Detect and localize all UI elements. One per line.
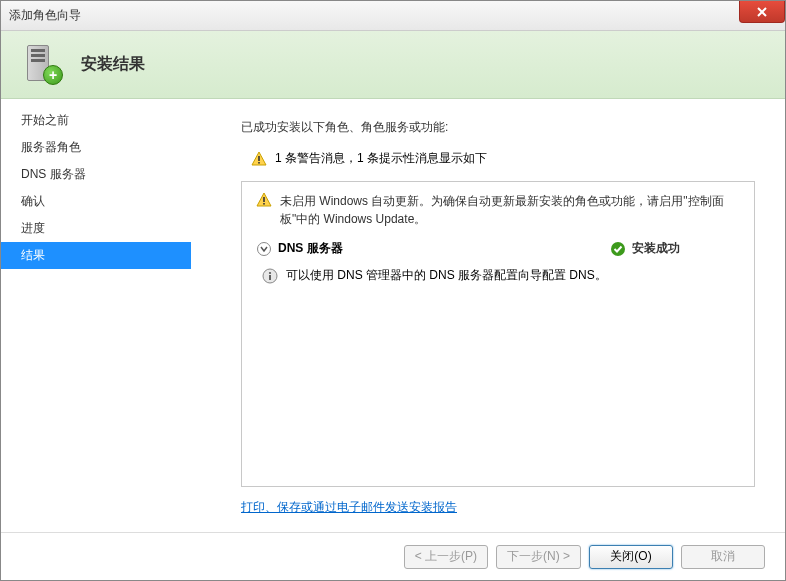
role-name: DNS 服务器: [278, 240, 610, 257]
warning-summary-text: 1 条警告消息，1 条提示性消息显示如下: [275, 150, 487, 167]
sidebar-item-server-roles[interactable]: 服务器角色: [1, 134, 191, 161]
panel-warning-text: 未启用 Windows 自动更新。为确保自动更新最新安装的角色或功能，请启用"控…: [280, 192, 740, 228]
wizard-header: + 安装结果: [1, 31, 785, 99]
result-panel: 未启用 Windows 自动更新。为确保自动更新最新安装的角色或功能，请启用"控…: [241, 181, 755, 487]
sidebar-item-progress[interactable]: 进度: [1, 215, 191, 242]
svg-rect-3: [263, 203, 265, 205]
titlebar: 添加角色向导: [1, 1, 785, 31]
wizard-footer: < 上一步(P) 下一步(N) > 关闭(O) 取消: [1, 532, 785, 580]
svg-rect-2: [263, 197, 265, 202]
role-info-row: 可以使用 DNS 管理器中的 DNS 服务器配置向导配置 DNS。: [256, 267, 740, 284]
previous-button: < 上一步(P): [404, 545, 488, 569]
close-button[interactable]: 关闭(O): [589, 545, 673, 569]
role-status: 安装成功: [632, 240, 680, 257]
svg-rect-0: [258, 156, 260, 161]
svg-point-7: [269, 271, 271, 273]
wizard-sidebar: 开始之前 服务器角色 DNS 服务器 确认 进度 结果: [1, 99, 191, 532]
server-add-icon: +: [21, 43, 65, 87]
role-info-text: 可以使用 DNS 管理器中的 DNS 服务器配置向导配置 DNS。: [286, 267, 607, 284]
sidebar-item-dns-server[interactable]: DNS 服务器: [1, 161, 191, 188]
warning-icon: [256, 192, 272, 208]
svg-point-4: [258, 242, 271, 255]
wizard-window: 添加角色向导 + 安装结果 开始之前 服务器角色 DNS 服务器 确认 进度 结…: [0, 0, 786, 581]
collapse-icon[interactable]: [256, 241, 272, 257]
panel-warning-row: 未启用 Windows 自动更新。为确保自动更新最新安装的角色或功能，请启用"控…: [256, 192, 740, 228]
sidebar-item-confirmation[interactable]: 确认: [1, 188, 191, 215]
success-icon: [610, 241, 626, 257]
wizard-body: 开始之前 服务器角色 DNS 服务器 确认 进度 结果 已成功安装以下角色、角色…: [1, 99, 785, 532]
report-link-row: 打印、保存或通过电子邮件发送安装报告: [241, 499, 755, 516]
close-window-button[interactable]: [739, 1, 785, 23]
results-intro-text: 已成功安装以下角色、角色服务或功能:: [241, 119, 755, 136]
close-icon: [756, 6, 768, 18]
svg-rect-8: [269, 275, 271, 280]
svg-rect-1: [258, 162, 260, 164]
warning-icon: [251, 151, 267, 167]
info-icon: [262, 268, 278, 284]
window-title: 添加角色向导: [9, 7, 81, 24]
wizard-main: 已成功安装以下角色、角色服务或功能: 1 条警告消息，1 条提示性消息显示如下 …: [191, 99, 785, 532]
sidebar-item-results[interactable]: 结果: [1, 242, 191, 269]
role-result-row: DNS 服务器 安装成功: [256, 240, 740, 257]
cancel-button: 取消: [681, 545, 765, 569]
sidebar-item-before-you-begin[interactable]: 开始之前: [1, 107, 191, 134]
next-button: 下一步(N) >: [496, 545, 581, 569]
warning-summary-row: 1 条警告消息，1 条提示性消息显示如下: [241, 150, 755, 167]
report-link[interactable]: 打印、保存或通过电子邮件发送安装报告: [241, 500, 457, 514]
page-title: 安装结果: [81, 54, 145, 75]
